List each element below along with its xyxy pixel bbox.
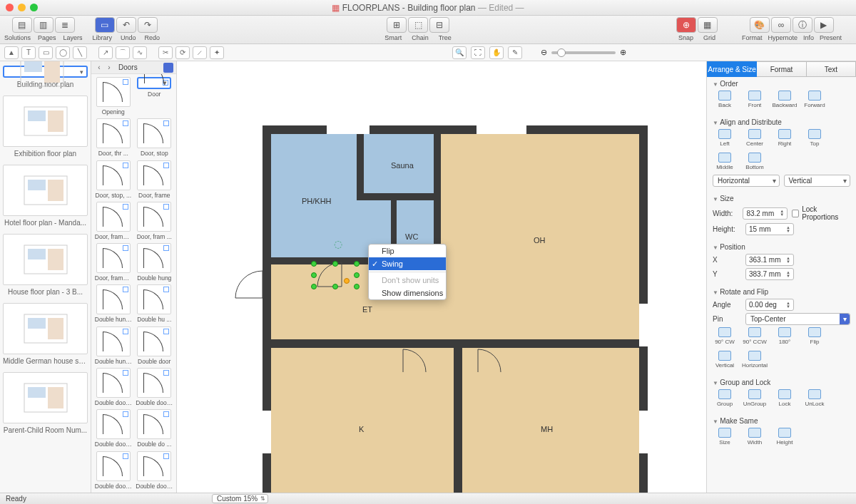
zoom-slider[interactable] [551,51,616,54]
group-lock[interactable]: Lock [773,389,797,407]
order-backward[interactable]: Backward [773,91,797,108]
library-shape[interactable] [137,368,171,398]
align-middle[interactable]: Middle [713,153,737,170]
hand-tool[interactable]: ✋ [489,46,504,59]
solutions-button[interactable]: ▤ [12,17,32,33]
menu-flip[interactable]: Flip [369,245,446,257]
library-shape[interactable] [137,202,171,232]
library-shape[interactable] [96,160,131,190]
rect-tool[interactable]: ▭ [39,46,53,59]
library-shape[interactable] [137,284,171,314]
pointer-tool[interactable]: ▲ [4,46,19,59]
measure-tool[interactable]: ⟋ [193,46,207,59]
pages-button[interactable]: ▥ [34,17,54,33]
order-front[interactable]: Front [743,91,767,108]
hypernote-button[interactable]: ∞ [771,17,791,33]
rotate-180-[interactable]: 180° [773,327,797,345]
angle-input[interactable]: 0.00 deg▲▼ [745,299,794,311]
minimize-window[interactable] [18,4,26,11]
align-center[interactable]: Center [743,129,767,147]
zoom-select[interactable]: Custom 15% [212,494,268,503]
library-shape[interactable] [137,160,171,190]
smart-button[interactable]: ⊞ [387,17,407,33]
group-group[interactable]: Group [713,389,737,407]
library-shape[interactable] [137,77,171,89]
library-shape[interactable] [137,326,171,356]
grid-button[interactable]: ▦ [698,17,718,33]
library-button[interactable]: ▭ [95,17,115,33]
page-thumb[interactable] [3,66,88,78]
align-left[interactable]: Left [713,129,737,147]
layers-button[interactable]: ≣ [55,17,75,33]
tab-format[interactable]: Format [757,61,806,77]
page-thumb[interactable] [3,234,88,285]
library-shape[interactable] [96,118,131,148]
rotate-tool[interactable]: ⟳ [175,46,190,59]
x-input[interactable]: 363.1 mm▲▼ [745,254,794,266]
crop-tool[interactable]: ✂ [158,46,173,59]
canvas[interactable]: Sauna PH/KHH WC OH ET K MH [177,61,706,493]
order-back[interactable]: Back [713,91,737,108]
library-menu[interactable] [163,63,173,73]
line-tool[interactable]: ╲ [73,46,87,59]
lock-proportions[interactable]: Lock Proportions [792,205,850,221]
zoom-minus-icon[interactable]: ⊖ [541,48,547,57]
info-button[interactable]: ⓘ [793,17,812,33]
distribute-v-select[interactable]: Vertical [784,175,851,187]
close-window[interactable] [6,4,14,11]
arc-tool[interactable]: ⌒ [116,46,130,59]
same-size[interactable]: Size [713,428,737,446]
page-thumb[interactable] [3,303,88,354]
ellipse-tool[interactable]: ◯ [56,46,70,59]
zoom-out-icon[interactable]: 🔍 [452,46,467,59]
wand-tool[interactable]: ✦ [210,46,224,59]
library-shape[interactable] [96,284,131,314]
library-shape[interactable] [96,243,131,273]
order-forward[interactable]: Forward [802,91,827,108]
group-ungroup[interactable]: UnGroup [743,389,767,407]
connector-tool[interactable]: ↗ [98,46,113,59]
distribute-h-select[interactable]: Horizontal [713,175,780,187]
align-right[interactable]: Right [773,129,797,147]
align-bottom[interactable]: Bottom [743,153,767,170]
format-button[interactable]: 🎨 [750,17,770,33]
zoom-plus-icon[interactable]: ⊕ [620,48,626,57]
lib-prev[interactable]: ‹ [94,63,104,73]
library-shape[interactable] [96,202,131,232]
page-thumb[interactable] [3,96,88,147]
same-width[interactable]: Width [743,428,767,446]
align-top[interactable]: Top [802,129,827,147]
library-shape[interactable] [137,409,171,439]
page-thumb[interactable] [3,372,88,423]
group-unlock[interactable]: UnLock [802,389,827,407]
library-shape[interactable] [137,451,171,481]
selection-zoom[interactable]: ⛶ [471,46,485,59]
spline-tool[interactable]: ∿ [133,46,147,59]
width-input[interactable]: 83.2 mm▲▼ [743,207,788,220]
library-shape[interactable] [96,409,131,439]
library-shape[interactable] [137,118,171,148]
rotate-flip[interactable]: Flip [802,327,827,345]
undo-button[interactable]: ↶ [116,17,136,33]
tree-button[interactable]: ⊟ [429,17,449,33]
lib-next[interactable]: › [104,63,114,73]
same-height[interactable]: Height [773,428,797,446]
menu-swing[interactable]: Swing [369,257,446,270]
tab-arrange-size[interactable]: Arrange & Size [707,61,757,77]
y-input[interactable]: 383.7 mm▲▼ [745,268,794,280]
pin-select[interactable]: Top-Center [745,313,850,325]
redo-button[interactable]: ↷ [138,17,158,33]
menu-dont-show-units[interactable]: Don't show units [369,274,446,287]
library-shape[interactable] [96,368,131,398]
eyedropper-tool[interactable]: ✎ [508,46,522,59]
rotate-horizontal[interactable]: Horizontal [743,351,767,369]
chain-button[interactable]: ⬚ [408,17,428,33]
rotate-vertical[interactable]: Vertical [713,351,737,369]
library-shape[interactable] [137,243,171,273]
text-tool[interactable]: T [21,46,36,59]
zoom-window[interactable] [30,4,38,11]
tab-text[interactable]: Text [807,61,856,77]
height-input[interactable]: 15 mm▲▼ [745,223,794,235]
page-thumb[interactable] [3,165,88,216]
present-button[interactable]: ▶ [814,17,834,33]
